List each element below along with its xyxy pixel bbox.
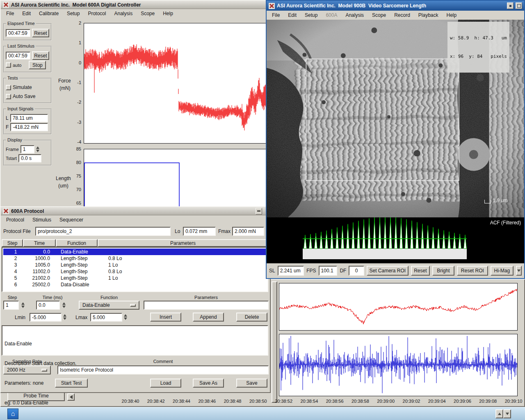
reset-button[interactable]: Reset [411, 266, 430, 276]
delete-button[interactable]: Delete [236, 313, 267, 322]
menu-protocol-protocol[interactable]: Protocol [2, 216, 28, 224]
taskbar-scroll-up[interactable] [495, 409, 503, 418]
home-button[interactable]: ⌂ [7, 409, 18, 419]
editor-function-label: Function [79, 295, 139, 300]
menu-900b-scope[interactable]: Scope [368, 11, 390, 20]
option-menu-indicator [41, 369, 47, 372]
time-input[interactable]: 0.0 [36, 301, 60, 310]
function-description-box: Data-Enable Description: Start data coll… [2, 325, 268, 356]
column-header-step[interactable]: Step [2, 239, 23, 247]
lmin-spinner-arrows[interactable] [63, 314, 66, 320]
row-cell-time: 11002.0 [26, 269, 50, 274]
lmax-input[interactable]: 5.000 [90, 313, 122, 322]
function-dropdown[interactable]: Data-Enable [79, 301, 139, 310]
time-spinner-arrows[interactable] [62, 302, 66, 308]
column-header-time[interactable]: Time [23, 239, 56, 247]
df-value[interactable]: 0 [349, 266, 364, 276]
editor-params-label: Parameters [144, 295, 269, 300]
protocol-step-row-2[interactable]: 21000.0Length-Step0.8 Lo [3, 255, 267, 262]
column-header-function[interactable]: Function [56, 239, 98, 247]
minimize-button-protocol[interactable] [256, 208, 262, 215]
lmax-spinner-arrows[interactable] [124, 314, 127, 320]
menu-600a-file[interactable]: File [2, 9, 18, 18]
menu-600a-edit[interactable]: Edit [18, 9, 35, 18]
auto-checkbox[interactable] [6, 62, 11, 68]
length-trace-svg [84, 149, 266, 215]
sampling-rate-dropdown[interactable]: 2000 Hz [3, 365, 51, 374]
taskbar-scroll-down[interactable] [503, 409, 511, 418]
comment-input[interactable]: Isometric Force Protocol [57, 365, 269, 374]
scope-pane-divider[interactable] [272, 281, 277, 403]
menu-protocol-sequencer[interactable]: Sequencer [55, 216, 87, 224]
time-tick-203852: 20:38:52 [270, 399, 298, 404]
acf-panel: ACF (Filtered) [267, 217, 524, 263]
df-label: DF [340, 268, 346, 274]
option-menu-indicator [130, 304, 136, 307]
reset-roi-button[interactable]: Reset ROI [457, 266, 488, 276]
menu-900b-edit[interactable]: Edit [284, 11, 301, 20]
menu-600a-protocol[interactable]: Protocol [84, 9, 110, 18]
load-button[interactable]: Load [150, 379, 181, 388]
menu-900b-600a[interactable]: 600A [322, 11, 341, 20]
auto-save-checkbox[interactable] [6, 94, 11, 99]
protocol-step-row-3[interactable]: 31005.0Length-Step1 Lo [3, 262, 267, 268]
frame-spinner-arrows[interactable] [36, 146, 39, 152]
lo-input[interactable]: 0.072 mm [183, 227, 216, 236]
elapsed-time-value: 00:47:59 [6, 29, 30, 37]
comment-label: Comment [57, 359, 269, 364]
save-button[interactable]: Save [236, 379, 267, 388]
menu-900b-file[interactable]: File [268, 11, 284, 20]
simulate-label: Simulate [13, 84, 32, 90]
menu-900b-analysis[interactable]: Analysis [341, 11, 368, 20]
tstart-value[interactable]: 0.0 s [18, 154, 41, 162]
menu-600a-calibrate[interactable]: Calibrate [35, 9, 63, 18]
step-spinner-arrows[interactable] [21, 302, 25, 308]
fmax-input[interactable]: 2.000 mN [232, 227, 264, 236]
protocol-step-row-5[interactable]: 521002.0Length-Step1 Lo [3, 275, 267, 281]
protocol-file-input[interactable]: pro/protocolo_2 [35, 227, 171, 236]
lmin-input[interactable]: -5.000 [30, 313, 62, 322]
simulate-checkbox[interactable] [6, 85, 11, 90]
protocol-step-row-1[interactable]: 10.0Data-Enable [3, 249, 267, 255]
protocol-step-row-6[interactable]: 625002.0Data-Disable [3, 281, 267, 288]
protocol-step-row-4[interactable]: 411002.0Length-Step0.8 Lo [3, 268, 267, 275]
column-header-parameters[interactable]: Parameters [98, 239, 268, 247]
menu-900b-setup[interactable]: Setup [301, 11, 322, 20]
protocol-step-table[interactable]: 10.0Data-Enable21000.0Length-Step0.8 Lo3… [2, 247, 268, 292]
parameters-input[interactable] [144, 301, 269, 310]
stimulus-reset-button[interactable]: Reset [32, 51, 49, 60]
titlebar-600a[interactable]: ASI Aurora Scientific Inc. Model 600A Di… [1, 1, 267, 9]
stop-button[interactable]: Stop [29, 61, 46, 69]
titlebar-900b[interactable]: ASI Aurora Scientific Inc. Model 900B Vi… [267, 1, 524, 11]
video-area[interactable]: w: 58.9 h: 47.3 um x: 96 y: 84 pixels 1.… [267, 20, 524, 217]
fps-value[interactable]: 100.1 [319, 266, 338, 276]
menu-600a-setup[interactable]: Setup [63, 9, 84, 18]
menu-600a-scope[interactable]: Scope [137, 9, 159, 18]
step-spinbox[interactable]: 1 [3, 301, 19, 310]
axis-tick-65: 65 [69, 201, 81, 205]
frame-spinbox[interactable]: 1 [21, 145, 34, 153]
row-cell-time: 25002.0 [26, 282, 50, 288]
maximize-button[interactable] [516, 2, 522, 9]
menu-900b-help[interactable]: Help [443, 11, 461, 20]
bright-button[interactable]: Bright [432, 266, 454, 276]
save-as-button[interactable]: Save As [193, 379, 224, 388]
app-icon-900b [269, 3, 275, 9]
lmax-label: Lmax [75, 315, 87, 320]
append-button[interactable]: Append [193, 313, 224, 322]
axis-tick--2: -2 [69, 100, 81, 105]
menu-600a-help[interactable]: Help [159, 9, 177, 18]
menu-600a-analysis[interactable]: Analysis [110, 9, 137, 18]
menu-900b-record[interactable]: Record [390, 11, 414, 20]
set-camera-roi-button[interactable]: Set Camera ROI [367, 266, 409, 276]
start-test-button[interactable]: Start Test [55, 379, 88, 388]
controls-overflow-arrow[interactable] [516, 266, 522, 276]
menu-900b-playback[interactable]: Playback [414, 11, 443, 20]
titlebar-protocol[interactable]: 600A Protocol [1, 207, 270, 215]
time-tick-203856: 20:38:56 [321, 399, 349, 404]
insert-button[interactable]: Insert [150, 313, 181, 322]
minimize-button[interactable] [507, 2, 514, 9]
hi-mag-button[interactable]: Hi-Mag [491, 266, 514, 276]
elapsed-reset-button[interactable]: Reset [32, 29, 49, 37]
menu-protocol-stimulus[interactable]: Stimulus [28, 216, 55, 224]
